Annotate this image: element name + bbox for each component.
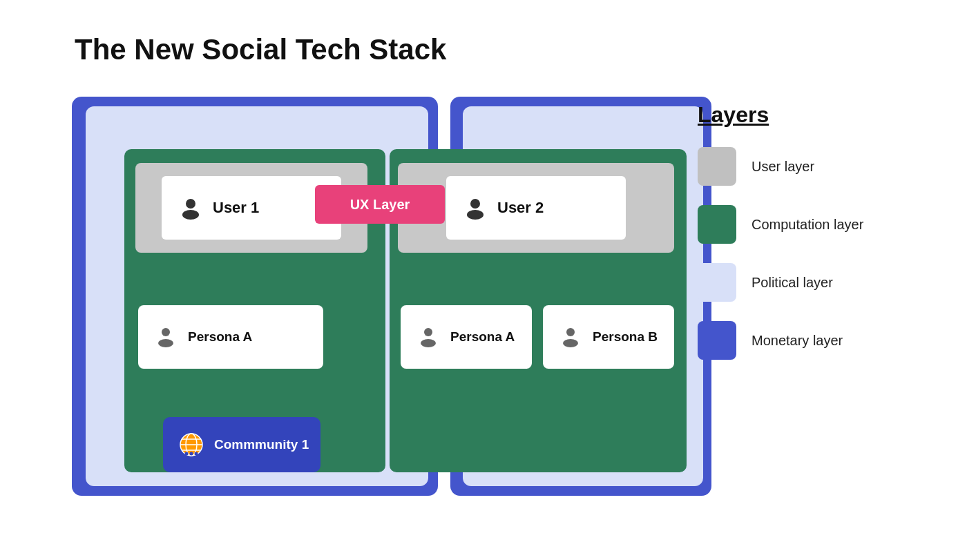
legend-item-political: Political layer [698, 263, 912, 302]
persona-a-left: Persona A [138, 305, 323, 369]
svg-point-5 [158, 339, 173, 347]
svg-point-2 [470, 199, 480, 209]
person-icon-2 [463, 195, 488, 220]
computation-layer-swatch [698, 205, 736, 244]
person-icon [178, 195, 203, 220]
persona-b-right: Persona B [543, 305, 674, 369]
legend-title: Layers [698, 102, 912, 128]
legend-item-computation: Computation layer [698, 205, 912, 244]
svg-point-16 [190, 452, 193, 456]
persona-b-right-label: Persona B [593, 329, 658, 345]
legend-item-user: User layer [698, 147, 912, 186]
persona-a-right-label: Persona A [450, 329, 515, 345]
persona-a-right: Persona A [401, 305, 532, 369]
svg-point-0 [186, 199, 195, 209]
monetary-layer-legend-label: Monetary layer [751, 333, 843, 349]
persona-icon-right-a [416, 325, 441, 349]
svg-point-17 [195, 452, 198, 456]
svg-point-4 [162, 328, 170, 336]
svg-point-6 [424, 328, 432, 336]
computation-layer-legend-label: Computation layer [751, 217, 863, 233]
page-title: The New Social Tech Stack [75, 33, 446, 66]
legend: Layers User layer Computation layer Poli… [698, 102, 912, 379]
political-layer-legend-label: Political layer [751, 275, 833, 291]
diagram: User 1 User 2 UX Layer Persona A Persona… [55, 97, 732, 504]
political-layer-swatch [698, 263, 736, 302]
ux-layer-connector: UX Layer [315, 185, 445, 224]
user2-label: User 2 [497, 199, 544, 217]
globe-icon-1 [178, 432, 204, 458]
user-layer-swatch [698, 147, 736, 186]
persona-icon-right-b [558, 325, 583, 349]
persona-a-left-label: Persona A [188, 329, 252, 345]
user-layer-legend-label: User layer [751, 159, 814, 175]
community-1: Commmunity 1 [163, 417, 320, 472]
community-1-label: Commmunity 1 [214, 437, 309, 452]
svg-point-1 [182, 210, 199, 220]
svg-point-15 [185, 452, 189, 456]
user1-label: User 1 [213, 199, 259, 217]
monetary-layer-swatch [698, 321, 736, 360]
ux-layer-label: UX Layer [350, 197, 410, 213]
svg-point-8 [566, 328, 575, 336]
svg-point-9 [563, 339, 578, 347]
svg-point-3 [467, 210, 484, 220]
persona-icon-left [153, 325, 178, 349]
svg-point-7 [421, 339, 436, 347]
legend-item-monetary: Monetary layer [698, 321, 912, 360]
